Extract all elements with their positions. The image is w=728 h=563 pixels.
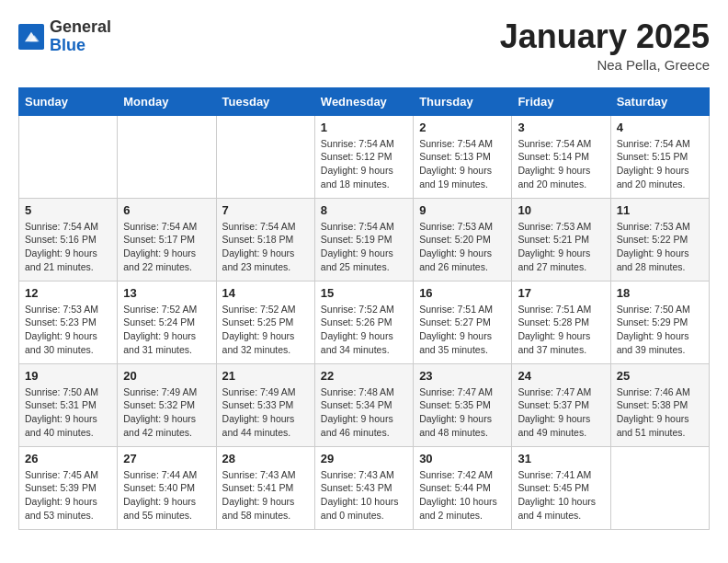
day-cell: 1Sunrise: 7:54 AMSunset: 5:12 PMDaylight… [314,115,413,198]
day-info: Sunrise: 7:48 AMSunset: 5:34 PMDaylight:… [321,385,407,440]
daylight-label: Daylight: 9 hours and 28 minutes. [617,247,689,272]
daylight-label: Daylight: 9 hours and 58 minutes. [222,496,295,521]
week-row-1: 1Sunrise: 7:54 AMSunset: 5:12 PMDaylight… [19,115,710,198]
day-info: Sunrise: 7:51 AMSunset: 5:27 PMDaylight:… [419,303,506,357]
day-info: Sunrise: 7:41 AMSunset: 5:45 PMDaylight:… [518,468,604,523]
location: Nea Pella, Greece [500,57,710,73]
sunset-label: Sunset: 5:14 PM [518,151,589,162]
column-header-thursday: Thursday [414,87,512,115]
sunset-label: Sunset: 5:17 PM [123,234,195,245]
day-info: Sunrise: 7:49 AMSunset: 5:33 PMDaylight:… [222,385,309,440]
day-info: Sunrise: 7:49 AMSunset: 5:32 PMDaylight:… [123,385,210,440]
day-info: Sunrise: 7:54 AMSunset: 5:19 PMDaylight:… [321,220,407,274]
sunrise-label: Sunrise: 7:52 AM [321,304,394,315]
day-number: 23 [419,369,506,383]
sunrise-label: Sunrise: 7:53 AM [617,221,690,232]
day-cell: 19Sunrise: 7:50 AMSunset: 5:31 PMDayligh… [19,363,118,446]
day-number: 21 [222,369,309,383]
sunrise-label: Sunrise: 7:50 AM [25,386,98,397]
day-cell [118,115,216,198]
daylight-label: Daylight: 10 hours and 0 minutes. [321,496,399,521]
day-info: Sunrise: 7:42 AMSunset: 5:44 PMDaylight:… [419,468,506,523]
daylight-label: Daylight: 9 hours and 32 minutes. [222,330,295,355]
sunset-label: Sunset: 5:32 PM [123,399,195,410]
sunrise-label: Sunrise: 7:43 AM [321,469,394,480]
day-cell: 8Sunrise: 7:54 AMSunset: 5:19 PMDaylight… [314,198,413,281]
day-cell: 23Sunrise: 7:47 AMSunset: 5:35 PMDayligh… [414,363,512,446]
day-cell [19,115,118,198]
sunrise-label: Sunrise: 7:53 AM [518,221,591,232]
daylight-label: Daylight: 9 hours and 26 minutes. [419,247,492,272]
day-number: 24 [518,369,604,383]
day-number: 11 [617,203,703,217]
day-cell: 11Sunrise: 7:53 AMSunset: 5:22 PMDayligh… [610,198,709,281]
day-info: Sunrise: 7:53 AMSunset: 5:21 PMDaylight:… [518,220,604,274]
day-cell: 9Sunrise: 7:53 AMSunset: 5:20 PMDaylight… [414,198,512,281]
day-cell: 10Sunrise: 7:53 AMSunset: 5:21 PMDayligh… [512,198,610,281]
daylight-label: Daylight: 9 hours and 23 minutes. [222,247,295,272]
daylight-label: Daylight: 9 hours and 20 minutes. [518,165,590,190]
calendar-table: SundayMondayTuesdayWednesdayThursdayFrid… [18,87,710,530]
daylight-label: Daylight: 10 hours and 2 minutes. [419,496,497,521]
day-info: Sunrise: 7:54 AMSunset: 5:17 PMDaylight:… [123,220,210,274]
week-row-3: 12Sunrise: 7:53 AMSunset: 5:23 PMDayligh… [19,281,710,363]
daylight-label: Daylight: 9 hours and 37 minutes. [518,330,590,355]
sunset-label: Sunset: 5:12 PM [321,151,392,162]
daylight-label: Daylight: 9 hours and 44 minutes. [222,413,295,438]
daylight-label: Daylight: 9 hours and 46 minutes. [321,413,393,438]
day-number: 16 [419,286,506,300]
sunset-label: Sunset: 5:23 PM [25,316,97,327]
daylight-label: Daylight: 9 hours and 48 minutes. [419,413,492,438]
daylight-label: Daylight: 9 hours and 22 minutes. [123,247,196,272]
sunset-label: Sunset: 5:24 PM [123,316,195,327]
day-info: Sunrise: 7:50 AMSunset: 5:31 PMDaylight:… [25,385,111,440]
day-number: 5 [25,203,111,217]
daylight-label: Daylight: 9 hours and 40 minutes. [25,413,97,438]
day-cell: 16Sunrise: 7:51 AMSunset: 5:27 PMDayligh… [414,281,512,363]
week-row-4: 19Sunrise: 7:50 AMSunset: 5:31 PMDayligh… [19,363,710,446]
sunrise-label: Sunrise: 7:54 AM [25,221,98,232]
sunset-label: Sunset: 5:21 PM [518,234,589,245]
sunrise-label: Sunrise: 7:46 AM [617,386,690,397]
sunset-label: Sunset: 5:37 PM [518,399,589,410]
daylight-label: Daylight: 9 hours and 55 minutes. [123,496,196,521]
logo-general: General [50,18,111,37]
day-cell: 27Sunrise: 7:44 AMSunset: 5:40 PMDayligh… [118,446,216,529]
sunset-label: Sunset: 5:38 PM [617,399,688,410]
day-info: Sunrise: 7:51 AMSunset: 5:28 PMDaylight:… [518,303,604,357]
logo-icon [18,24,44,50]
sunrise-label: Sunrise: 7:51 AM [518,304,591,315]
column-header-monday: Monday [118,87,216,115]
sunset-label: Sunset: 5:45 PM [518,482,589,493]
sunrise-label: Sunrise: 7:49 AM [123,386,197,397]
day-cell: 30Sunrise: 7:42 AMSunset: 5:44 PMDayligh… [414,446,512,529]
day-number: 29 [321,452,407,465]
day-cell: 7Sunrise: 7:54 AMSunset: 5:18 PMDaylight… [216,198,314,281]
sunrise-label: Sunrise: 7:42 AM [419,469,493,480]
sunrise-label: Sunrise: 7:43 AM [222,469,296,480]
day-info: Sunrise: 7:53 AMSunset: 5:20 PMDaylight:… [419,220,506,274]
sunset-label: Sunset: 5:20 PM [419,234,491,245]
header: General Blue January 2025 Nea Pella, Gre… [18,18,710,73]
daylight-label: Daylight: 9 hours and 31 minutes. [123,330,196,355]
sunrise-label: Sunrise: 7:54 AM [518,138,591,149]
sunset-label: Sunset: 5:15 PM [617,151,688,162]
day-cell: 17Sunrise: 7:51 AMSunset: 5:28 PMDayligh… [512,281,610,363]
day-cell: 3Sunrise: 7:54 AMSunset: 5:14 PMDaylight… [512,115,610,198]
title-area: January 2025 Nea Pella, Greece [500,18,710,73]
sunset-label: Sunset: 5:34 PM [321,399,392,410]
sunset-label: Sunset: 5:31 PM [25,399,97,410]
daylight-label: Daylight: 9 hours and 18 minutes. [321,165,393,190]
sunset-label: Sunset: 5:18 PM [222,234,294,245]
header-row: SundayMondayTuesdayWednesdayThursdayFrid… [19,87,710,115]
day-info: Sunrise: 7:54 AMSunset: 5:12 PMDaylight:… [321,137,407,191]
sunset-label: Sunset: 5:43 PM [321,482,392,493]
day-cell: 13Sunrise: 7:52 AMSunset: 5:24 PMDayligh… [118,281,216,363]
day-number: 6 [123,203,210,217]
day-cell: 29Sunrise: 7:43 AMSunset: 5:43 PMDayligh… [314,446,413,529]
sunrise-label: Sunrise: 7:49 AM [222,386,296,397]
day-cell: 18Sunrise: 7:50 AMSunset: 5:29 PMDayligh… [610,281,709,363]
day-number: 20 [123,369,210,383]
day-cell: 2Sunrise: 7:54 AMSunset: 5:13 PMDaylight… [414,115,512,198]
daylight-label: Daylight: 9 hours and 51 minutes. [617,413,689,438]
